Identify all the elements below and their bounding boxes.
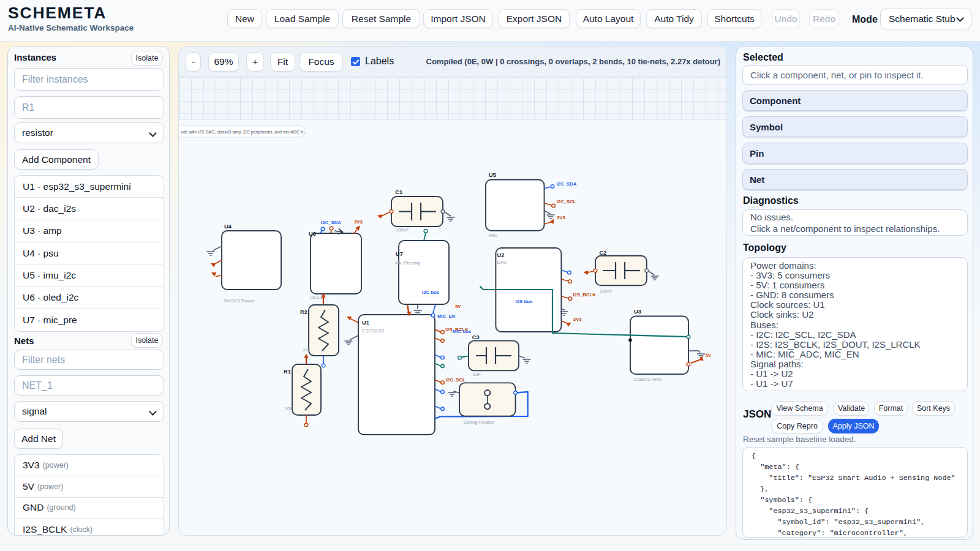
svg-text:R1: R1 [284, 369, 291, 375]
svg-text:U2: U2 [497, 252, 505, 258]
svg-text:5V: 5V [706, 353, 712, 358]
svg-text:U3: U3 [634, 309, 641, 315]
svg-text:3V3: 3V3 [354, 219, 363, 225]
svg-text:I2S bus: I2S bus [516, 299, 533, 304]
svg-text:ESP32-S3: ESP32-S3 [362, 328, 384, 334]
svg-text:MIC bus: MIC bus [453, 329, 472, 334]
svg-text:Class-D Amp: Class-D Amp [634, 377, 662, 382]
svg-text:I2C_SDA: I2C_SDA [321, 220, 341, 225]
svg-text:MIC_EN: MIC_EN [437, 313, 456, 319]
svg-text:R2: R2 [300, 309, 307, 315]
svg-text:DAC: DAC [497, 260, 508, 265]
svg-text:5V: 5V [455, 304, 461, 309]
svg-text:ode with I2S DAC, class-D amp,: ode with I2S DAC, class-D amp, I2C perip… [181, 130, 307, 135]
svg-text:100nF: 100nF [600, 288, 613, 294]
svg-text:3V3: 3V3 [573, 317, 582, 322]
svg-text:I2S_BCLK: I2S_BCLK [573, 292, 596, 298]
svg-text:U4: U4 [224, 223, 232, 230]
svg-text:1uF: 1uF [473, 372, 481, 377]
svg-text:3V3: 3V3 [557, 215, 566, 220]
svg-text:U1: U1 [362, 320, 369, 326]
svg-text:I2C_SDA: I2C_SDA [556, 181, 576, 187]
svg-text:C3: C3 [472, 334, 480, 340]
svg-text:I2C_SCL: I2C_SCL [556, 199, 576, 204]
svg-text:U5: U5 [489, 172, 496, 178]
svg-text:C1: C1 [395, 189, 402, 195]
svg-text:C2: C2 [599, 250, 606, 256]
svg-text:Debug Header: Debug Header [464, 419, 495, 425]
svg-text:OLED: OLED [310, 294, 323, 300]
svg-text:IMU: IMU [489, 233, 498, 238]
svg-text:5V/3V3 Power: 5V/3V3 Power [224, 298, 255, 304]
svg-text:10k: 10k [285, 406, 293, 411]
svg-text:100nF: 100nF [396, 227, 409, 233]
svg-text:I2C bus: I2C bus [422, 290, 440, 295]
svg-text:Mic Preamp: Mic Preamp [395, 260, 421, 266]
svg-text:U7: U7 [396, 251, 403, 257]
svg-text:U6: U6 [309, 231, 316, 237]
svg-text:I2C_SCL: I2C_SCL [446, 377, 466, 383]
svg-text:10k: 10k [303, 347, 311, 352]
